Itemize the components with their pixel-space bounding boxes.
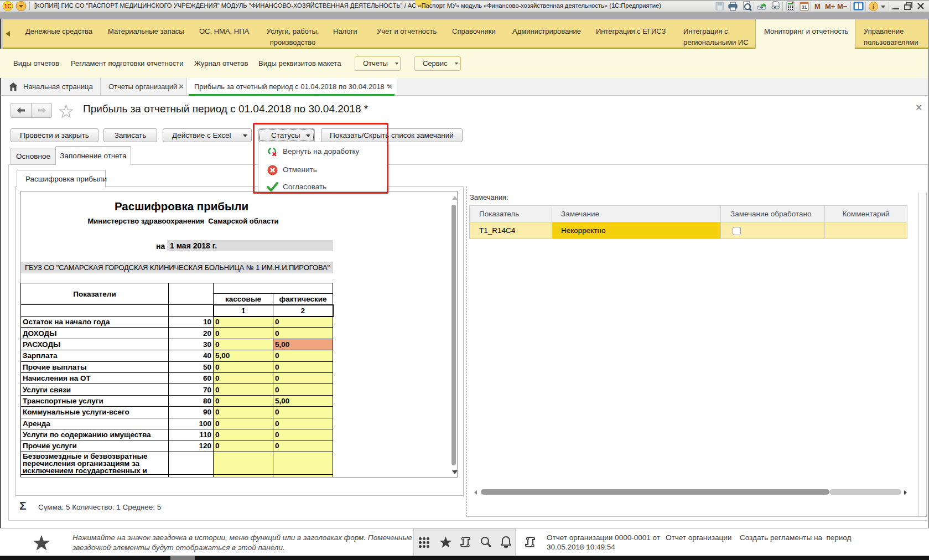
svg-text:31: 31 bbox=[801, 4, 807, 10]
svg-text:1С: 1С bbox=[4, 3, 12, 9]
